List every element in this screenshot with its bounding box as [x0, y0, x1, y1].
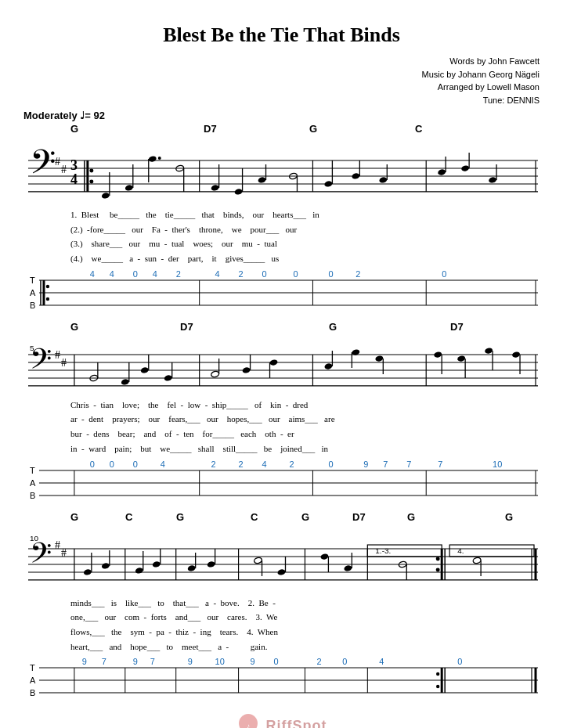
riffspot-logo-icon: ♪: [236, 712, 260, 728]
svg-text:9: 9: [363, 460, 368, 469]
svg-point-97: [242, 366, 251, 373]
svg-text:A: A: [30, 478, 36, 487]
lyric-line-1-3: (3.) share___ our mu - tual woes; our mu…: [70, 236, 540, 251]
svg-text:0: 0: [133, 460, 138, 469]
svg-point-95: [211, 370, 219, 377]
svg-text:0: 0: [328, 269, 333, 279]
lyric-line-3-2: one,___ our com - forts and___ our cares…: [70, 610, 540, 625]
chord-C-2: C: [125, 511, 132, 523]
svg-text:7: 7: [438, 460, 442, 469]
svg-text:♪: ♪: [247, 723, 250, 728]
svg-point-27: [211, 184, 219, 191]
chord-D7-4: D7: [352, 511, 366, 523]
svg-text:9: 9: [82, 657, 87, 666]
svg-text:B: B: [30, 688, 35, 697]
svg-point-39: [379, 176, 388, 183]
staff-3: 𝄢 # # 10 1.-3. 4.: [23, 525, 540, 596]
svg-text:1.-3.: 1.-3.: [375, 546, 391, 555]
svg-point-91: [140, 366, 149, 373]
svg-point-31: [258, 176, 266, 183]
svg-point-93: [164, 374, 172, 381]
svg-text:2: 2: [211, 460, 216, 469]
svg-point-13: [89, 179, 93, 183]
chord-G-5: G: [70, 511, 78, 523]
svg-point-176: [254, 557, 262, 564]
svg-point-20: [125, 184, 133, 191]
chord-C-1: C: [415, 123, 422, 135]
svg-point-204: [436, 672, 439, 676]
lyric-line-1-4: (4.) we_____ a - sun - der part, it give…: [70, 251, 540, 266]
brand-name-text: RiffSpot: [266, 718, 327, 728]
svg-point-180: [320, 553, 329, 560]
svg-point-24: [158, 157, 161, 160]
svg-point-205: [436, 685, 439, 688]
svg-point-18: [101, 192, 110, 199]
svg-text:A: A: [30, 676, 36, 685]
staff-2: 𝄢 # # 5: [23, 335, 540, 398]
section-1: G D7 G C 𝄢 # # 3 4: [23, 123, 540, 313]
svg-point-99: [269, 359, 278, 366]
svg-point-172: [187, 564, 196, 571]
svg-text:2: 2: [176, 269, 181, 279]
svg-text:0: 0: [342, 657, 347, 666]
credits-tune: Tune: DENNIS: [23, 94, 540, 107]
svg-text:0: 0: [90, 460, 95, 469]
lyric-line-2-4: in - ward pain; but we_____ shall still_…: [70, 441, 540, 456]
lyric-line-3-1: minds___ is like___ to that___ a - bove.…: [70, 596, 540, 611]
svg-text:4: 4: [215, 269, 220, 279]
svg-text:9: 9: [251, 657, 255, 666]
chord-G-8: G: [407, 511, 415, 523]
svg-text:0: 0: [110, 460, 114, 469]
lyrics-2: Chris - tian love; the fel - low - ship_…: [70, 398, 540, 456]
lyric-line-2-2: ar - dent prayers; our fears,___ our hop…: [70, 412, 540, 427]
svg-point-55: [46, 285, 49, 288]
svg-text:4: 4: [161, 460, 165, 469]
svg-text:𝄢: 𝄢: [30, 144, 56, 189]
svg-text:B: B: [30, 490, 35, 499]
tempo-marking: Moderately ♩= 92: [23, 110, 540, 121]
tab-2: T A B 0 0 0 4 2 2 4 2 0 9 7 7 7 10: [23, 456, 540, 503]
section-2: G D7 G D7 𝄢 # # 5: [23, 321, 540, 503]
svg-text:7: 7: [150, 657, 155, 666]
svg-text:0: 0: [133, 269, 138, 279]
svg-point-41: [437, 168, 446, 175]
lyric-line-1-1: 1. Blest be_____ the tie_____ that binds…: [70, 207, 540, 222]
svg-text:9: 9: [188, 657, 193, 666]
lyric-line-1-2: (2.) -fore_____ our Fa - ther's throne, …: [70, 222, 540, 237]
svg-point-168: [135, 567, 143, 574]
svg-point-35: [324, 180, 333, 187]
svg-point-37: [352, 172, 360, 179]
svg-text:#: #: [55, 539, 60, 551]
svg-text:4.: 4.: [457, 546, 464, 555]
branding-area: ♪ RiffSpot: [23, 712, 540, 728]
svg-point-12: [89, 169, 93, 173]
chord-G-4: G: [329, 321, 337, 333]
svg-text:4: 4: [110, 269, 114, 279]
svg-text:0: 0: [457, 657, 462, 666]
svg-text:2: 2: [316, 657, 321, 666]
chord-G-6: G: [176, 511, 184, 523]
svg-text:0: 0: [293, 269, 298, 279]
lyric-line-3-4: heart,___ and hope___ to meet___ a - gai…: [70, 640, 540, 654]
svg-text:10: 10: [493, 460, 502, 469]
svg-point-22: [148, 155, 157, 162]
svg-text:7: 7: [102, 657, 106, 666]
svg-text:0: 0: [328, 460, 333, 469]
svg-text:0: 0: [442, 269, 446, 279]
svg-point-43: [460, 164, 469, 171]
chord-D7-2: D7: [180, 321, 193, 333]
svg-text:#: #: [55, 156, 60, 168]
svg-point-109: [457, 355, 465, 362]
svg-point-174: [207, 560, 215, 568]
svg-text:4: 4: [70, 171, 78, 187]
svg-point-166: [101, 562, 110, 569]
svg-text:10: 10: [215, 657, 225, 666]
svg-point-186: [472, 557, 481, 564]
svg-text:#: #: [61, 164, 67, 175]
svg-text:9: 9: [133, 657, 138, 666]
chord-G-3: G: [70, 321, 78, 333]
chord-G-9: G: [505, 511, 513, 523]
svg-point-164: [83, 568, 92, 575]
svg-point-162: [436, 557, 440, 560]
credits-arranged: Arranged by Lowell Mason: [23, 81, 540, 94]
